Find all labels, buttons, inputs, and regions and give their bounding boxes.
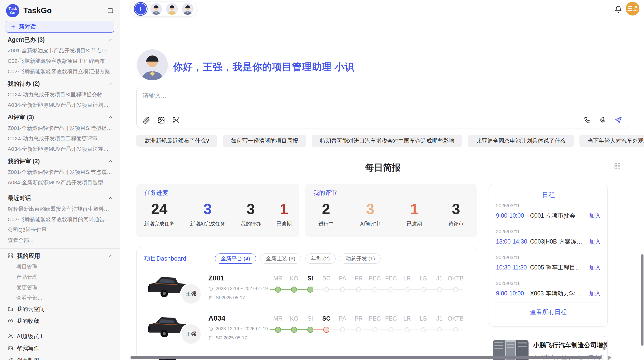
recent-section-header[interactable]: 最近对话 xyxy=(0,192,120,204)
stat-label: 我的待办 xyxy=(241,220,261,227)
suggestion-chip[interactable]: 当下年轻人对汽车外观有怎样的喜好趋势 xyxy=(579,135,644,147)
sidebar-list-item[interactable]: C02-飞腾新能源轻客改款项目的闭环通告反馈情况 xyxy=(0,214,120,224)
new-chat-button[interactable]: 新对话 xyxy=(6,21,114,33)
milestone-dot xyxy=(340,287,345,292)
project-row[interactable]: 王强 Z001 2023-12-19 ~ 2027-01-19 SI-2025-… xyxy=(137,273,477,313)
apps-section-header[interactable]: 我的应用 xyxy=(0,250,120,261)
help-write-label: 帮我写作 xyxy=(17,344,39,352)
chat-input[interactable] xyxy=(142,91,573,112)
suggestion-chip[interactable]: 特朗普可能对进口汽车增税会对中国车企造成哪些影响 xyxy=(312,135,462,147)
user-avatar[interactable]: 王强 xyxy=(626,2,639,16)
flag-icon xyxy=(208,336,213,340)
schedule-item: 2025/03/11 9:00-10:00 C001-立项审批会 加入 xyxy=(496,199,601,225)
join-link[interactable]: 加入 xyxy=(589,238,601,246)
project-dates: 2023-12-19 ~ 2027-01-19 xyxy=(216,286,268,291)
apps-title: 我的应用 xyxy=(17,252,40,260)
session-avatar-2[interactable] xyxy=(166,3,178,15)
sidebar-list-item[interactable]: A034-全新新能源MUV产品开发项目法规符合性评审 xyxy=(0,144,120,154)
section-items: Z001-全新燃油皮卡产品开发项目SI节点Lesson Learn报告C02-飞… xyxy=(0,45,120,77)
sidebar-list-item[interactable]: C02-飞腾新能源轻客改款项目里程碑画布 xyxy=(0,56,120,66)
schedule-card: 日程 2025/03/11 9:00-10:00 C001-立项审批会 加入 2… xyxy=(489,184,608,327)
divider xyxy=(0,191,120,191)
milestone-dot xyxy=(291,327,297,333)
milestone-labels: MRKOSISCPAPRPECFECLRLSJ1OKTB xyxy=(270,275,464,282)
card-title: 我的评审 xyxy=(313,189,337,197)
recent-items: 解释最新出台的欧盟报废车法规再生塑料比例被调至15%...C02-飞腾新能源轻客… xyxy=(0,204,120,245)
sidebar-item-cloud-space[interactable]: 我的云空间 xyxy=(0,303,120,315)
briefing-title: 每日简报 xyxy=(136,162,630,174)
suggestion-chip[interactable]: 欧洲新规最近颁布了什么? xyxy=(136,135,217,147)
session-avatar-3[interactable] xyxy=(182,3,194,15)
vertical-scrollbar[interactable] xyxy=(641,254,643,346)
project-dashboard-card: 项目Dashboard 全新平台 (4)全新上装 (3)年型 (2)动总开发 (… xyxy=(136,247,477,360)
join-link[interactable]: 加入 xyxy=(589,290,601,297)
section-header[interactable]: AI评审 (3) xyxy=(0,112,120,123)
briefing-layout-icon[interactable] xyxy=(614,163,621,170)
join-link[interactable]: 加入 xyxy=(589,212,601,220)
dashboard-tab[interactable]: 年型 (2) xyxy=(305,253,336,264)
section-header[interactable]: 我的待办 (2) xyxy=(0,78,120,89)
section-title: Agent已办 (3) xyxy=(8,36,45,44)
dashboard-tab[interactable]: 全新平台 (4) xyxy=(215,253,256,264)
sidebar-section: AI评审 (3) Z001-全新燃油轻卡产品开发项目SI造型提交物评审C0X4-… xyxy=(0,112,120,154)
sidebar-list-item[interactable]: 产品管理 xyxy=(0,272,120,282)
scroll-down-arrow[interactable] xyxy=(602,347,606,350)
scroll-right-arrow[interactable] xyxy=(608,356,612,360)
dashboard-tab[interactable]: 动总开发 (1) xyxy=(340,253,381,264)
stat: 24 新增完成任务 xyxy=(144,202,174,227)
join-link[interactable]: 加入 xyxy=(589,264,601,272)
sidebar-item-creative-draw[interactable]: 创意制图 xyxy=(0,354,120,360)
milestone-dot xyxy=(388,287,393,292)
sidebar-list-item[interactable]: Z001-全新燃油皮卡产品开发项目SI节点Lesson Learn报告 xyxy=(0,45,120,56)
sidebar-list-item[interactable]: 查看全部... xyxy=(0,293,120,303)
new-session-button[interactable]: + xyxy=(135,3,146,14)
schedule-name: C005-整车工程目标评审 xyxy=(530,264,587,272)
project-flag-date: SI-2025-05-17 xyxy=(216,295,245,301)
phone-icon[interactable] xyxy=(584,116,591,124)
sidebar-section: 我的待办 (2) C0X4-动力总成开发项目SI里程碑提交物检查A034-全新新… xyxy=(0,78,120,110)
stat-value: 3 xyxy=(241,202,261,216)
session-avatar-1[interactable] xyxy=(150,3,162,15)
section-header[interactable]: 我的评审 (2) xyxy=(0,156,120,167)
schedule-name: C003|H0B-方案冻结评审 xyxy=(530,238,587,246)
sidebar-list-item[interactable]: 项目管理 xyxy=(0,261,120,272)
image-icon[interactable] xyxy=(157,116,165,124)
mic-icon[interactable] xyxy=(599,116,607,124)
notification-bell-icon[interactable] xyxy=(614,6,622,13)
project-flag-date: SC-2025-05-17 xyxy=(216,335,247,341)
suggestion-chip[interactable]: 比亚迪全固态电池计划具体说了什么 xyxy=(468,135,574,147)
suggestion-chip[interactable]: 如何写一份清晰的项目周报 xyxy=(223,135,306,147)
sidebar-list-item[interactable]: C0X4-动力总成开发项目SI里程碑提交物检查 xyxy=(0,89,120,100)
schedule-time: 13:00-14:30 xyxy=(496,238,530,245)
sidebar-list-item[interactable]: Z001-全新燃油轻卡产品开发项目SI造型提交物评审 xyxy=(0,123,120,133)
milestone-dot xyxy=(405,287,410,292)
milestone-dot xyxy=(437,287,442,292)
app-logo: Task Go xyxy=(6,4,19,17)
horizontal-scrollbar[interactable] xyxy=(130,356,602,359)
sidebar-list-item[interactable]: 查看全部... xyxy=(0,235,120,245)
section-header[interactable]: Agent已办 (3) xyxy=(0,34,120,45)
sidebar-collapse-icon[interactable] xyxy=(107,7,114,14)
sidebar-list-item[interactable]: C02-飞腾新能源轻客改款项目立项汇报方案 xyxy=(0,66,120,77)
view-all-schedule-link[interactable]: 查看所有日程 xyxy=(489,308,607,316)
send-icon[interactable] xyxy=(614,116,622,124)
project-row[interactable]: 王强 A034 2023-12-19 ~ 2026-01-19 SC-2025-… xyxy=(137,313,477,353)
sidebar-list-item[interactable]: A034-全新新能源MUV产品开发项目造型可行性评审 xyxy=(0,177,120,188)
sidebar-item-help-write[interactable]: 帮我写作 xyxy=(0,342,120,354)
sidebar-section: Agent已办 (3) Z001-全新燃油皮卡产品开发项目SI节点Lesson … xyxy=(0,34,120,77)
sidebar-section: 我的评审 (2) Z001-全新燃油轻卡产品开发项目SI节点属性5D文件评审A0… xyxy=(0,156,120,188)
sidebar-list-item[interactable]: C0X4-动力总成开发项目工程变更评审 xyxy=(0,133,120,144)
project-owner-badge: 王强 xyxy=(181,324,201,344)
attach-icon[interactable] xyxy=(143,116,150,124)
milestone-dot xyxy=(372,327,377,332)
sidebar-list-item[interactable]: Z001-全新燃油轻卡产品开发项目SI节点属性5D文件评审 xyxy=(0,167,120,177)
sidebar-list-item[interactable]: A034-全新新能源MUV产品开发项目计划变更表编写 xyxy=(0,100,120,110)
scissors-icon[interactable] xyxy=(172,116,180,124)
sidebar-list-item[interactable]: 变更管理 xyxy=(0,282,120,293)
sidebar-list-item[interactable]: 解释最新出台的欧盟报废车法规再生塑料比例被调至15%... xyxy=(0,204,120,214)
dashboard-tab[interactable]: 全新上装 (3) xyxy=(260,253,301,264)
sidebar-item-favorites[interactable]: 我的收藏 xyxy=(0,315,120,327)
input-tools-left xyxy=(143,116,180,124)
sidebar-item-ai-staff[interactable]: AI超级员工 xyxy=(0,330,120,342)
sidebar-list-item[interactable]: 公司Q3轻卡销量 xyxy=(0,224,120,235)
